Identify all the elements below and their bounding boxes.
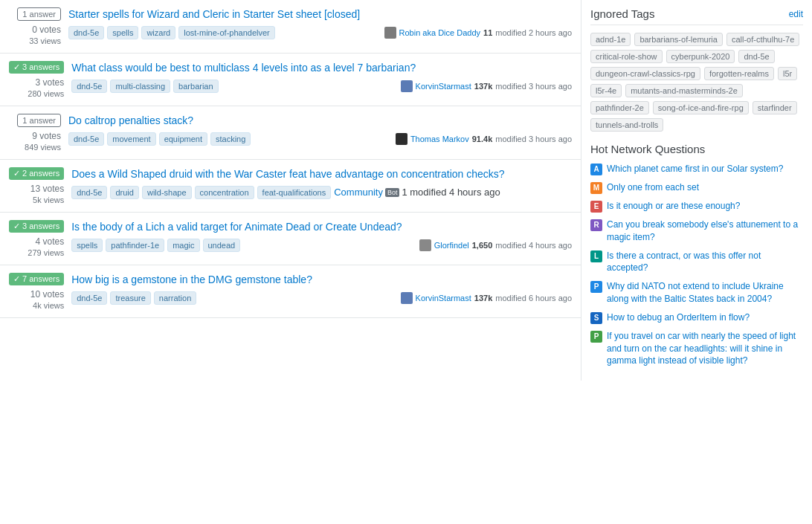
- ignored-tag[interactable]: pathfinder-2e: [590, 101, 649, 114]
- tag[interactable]: undead: [203, 239, 241, 252]
- tag[interactable]: treasure: [110, 291, 150, 305]
- vote-count: 4 votes: [36, 236, 65, 247]
- list-item: M Only one from each set: [590, 181, 803, 194]
- tag[interactable]: wizard: [141, 26, 175, 39]
- ignored-tags-edit-link[interactable]: edit: [789, 9, 803, 19]
- site-icon: L: [590, 250, 602, 262]
- tag[interactable]: wild-shape: [142, 186, 192, 199]
- tag[interactable]: dnd-5e: [68, 132, 104, 146]
- user-info: Community Bot 1 modified 4 hours ago: [334, 187, 500, 198]
- tag[interactable]: dnd-5e: [68, 26, 104, 39]
- tag[interactable]: lost-mine-of-phandelver: [178, 26, 275, 39]
- question-body: Do caltrop penalties stack? dnd-5emoveme…: [68, 114, 572, 146]
- tag[interactable]: pathfinder-1e: [106, 239, 164, 252]
- question-link[interactable]: Starter spells for Wizard and Cleric in …: [68, 8, 360, 20]
- hot-network-link[interactable]: If you travel on car with nearly the spe…: [607, 330, 803, 367]
- user-link[interactable]: KorvinStarmast: [416, 294, 471, 303]
- answer-badge: 1 answer: [17, 114, 61, 127]
- action-time: modified 3 hours ago: [495, 82, 572, 91]
- tag[interactable]: concentration: [195, 186, 254, 199]
- ignored-tags-title: Ignored Tags: [590, 7, 654, 20]
- ignored-tag[interactable]: l5r: [778, 67, 797, 80]
- tag[interactable]: dnd-5e: [71, 291, 107, 305]
- tag[interactable]: spells: [71, 239, 103, 252]
- tag[interactable]: dnd-5e: [71, 186, 107, 199]
- meta-info: Glorfindel 1,650 modified 4 hours ago: [419, 239, 572, 251]
- question-link[interactable]: What class would be best to multiclass 4…: [71, 62, 416, 74]
- meta-info: Robin aka Dice Daddy 11 modified 2 hours…: [384, 27, 572, 39]
- tag[interactable]: narration: [154, 291, 196, 305]
- hot-network-link[interactable]: Only one from each set: [607, 181, 699, 194]
- user-link[interactable]: KorvinStarmast: [416, 82, 471, 91]
- tag[interactable]: barbarian: [173, 80, 218, 93]
- avatar: [384, 27, 396, 39]
- user-rep: 1,650: [472, 241, 493, 250]
- hot-network-link[interactable]: Is it enough or are these enough?: [607, 200, 740, 213]
- ignored-tag[interactable]: adnd-1e: [590, 33, 631, 46]
- question-title: How big is a gemstone in the DMG gemston…: [71, 273, 572, 288]
- tag[interactable]: equipment: [159, 132, 207, 146]
- question-stats: ✓ 7 answers 10 votes 4k views: [9, 273, 64, 310]
- tag[interactable]: druid: [110, 186, 138, 199]
- question-link[interactable]: Does a Wild Shaped druid with the War Ca…: [71, 168, 504, 180]
- user-rep: 91.4k: [472, 135, 493, 143]
- tag[interactable]: feat-qualifications: [257, 186, 332, 199]
- question-link[interactable]: Do caltrop penalties stack?: [68, 114, 193, 126]
- hot-network-link[interactable]: Is there a contract, or was this offer n…: [607, 250, 803, 275]
- bot-badge: Bot: [385, 188, 400, 197]
- ignored-tag[interactable]: forgotten-realms: [704, 67, 774, 80]
- tag[interactable]: multi-classing: [110, 80, 170, 93]
- answer-badge: ✓ 2 answers: [9, 167, 64, 180]
- action-time: modified 4 hours ago: [495, 241, 572, 250]
- question-body: What class would be best to multiclass 4…: [71, 61, 572, 93]
- user-link[interactable]: Glorfindel: [434, 241, 469, 250]
- tag[interactable]: dnd-5e: [71, 80, 107, 93]
- ignored-tag[interactable]: dnd-5e: [738, 50, 774, 63]
- question-link[interactable]: How big is a gemstone in the DMG gemston…: [71, 274, 312, 285]
- hot-network-link[interactable]: Can you break somebody else's attunement…: [607, 219, 803, 244]
- view-count: 280 views: [28, 89, 64, 98]
- ignored-tag[interactable]: critical-role-show: [590, 50, 663, 63]
- view-count: 33 views: [29, 36, 61, 45]
- user-rep: 11: [483, 28, 492, 37]
- site-icon: S: [590, 312, 602, 324]
- ignored-tag[interactable]: dungeon-crawl-classics-rpg: [590, 67, 700, 80]
- list-item: P Why did NATO not extend to include Ukr…: [590, 280, 803, 305]
- page-layout: 1 answer 0 votes 33 views Starter spells…: [0, 0, 812, 381]
- list-item: S How to debug an OrderItem in flow?: [590, 311, 803, 324]
- site-icon: M: [590, 182, 602, 194]
- tags-meta: spellspathfinder-1emagicundead Glorfinde…: [71, 239, 572, 252]
- question-link[interactable]: Is the body of a Lich a valid target for…: [71, 221, 402, 233]
- hot-network-link[interactable]: Which planet came first in our Solar sys…: [607, 163, 783, 175]
- tag[interactable]: spells: [107, 26, 138, 39]
- list-item: R Can you break somebody else's attuneme…: [590, 219, 803, 244]
- action-time: modified 6 hours ago: [495, 294, 572, 303]
- ignored-tag[interactable]: call-of-cthulhu-7e: [726, 33, 799, 46]
- answer-badge: ✓ 3 answers: [9, 220, 64, 233]
- hot-network-link[interactable]: How to debug an OrderItem in flow?: [607, 311, 750, 324]
- table-row: ✓ 7 answers 10 votes 4k views How big is…: [0, 265, 581, 318]
- ignored-tag[interactable]: l5r-4e: [590, 84, 622, 97]
- tag[interactable]: magic: [167, 239, 199, 252]
- tags-meta: dnd-5espellswizardlost-mine-of-phandelve…: [68, 26, 572, 39]
- user-link[interactable]: Robin aka Dice Daddy: [399, 28, 480, 37]
- sidebar: Ignored Tags edit adnd-1ebarbarians-of-l…: [581, 0, 812, 381]
- table-row: ✓ 3 answers 4 votes 279 views Is the bod…: [0, 213, 581, 265]
- ignored-tag[interactable]: barbarians-of-lemuria: [634, 33, 723, 46]
- question-body: How big is a gemstone in the DMG gemston…: [71, 273, 572, 305]
- ignored-tag[interactable]: cyberpunk-2020: [666, 50, 735, 63]
- user-link[interactable]: Thomas Markov: [410, 135, 469, 143]
- question-body: Is the body of a Lich a valid target for…: [71, 220, 572, 252]
- ignored-tag[interactable]: song-of-ice-and-fire-rpg: [653, 101, 749, 114]
- question-stats: 1 answer 0 votes 33 views: [9, 7, 61, 45]
- ignored-tag[interactable]: starfinder: [753, 101, 797, 114]
- tag[interactable]: movement: [107, 132, 155, 146]
- tag[interactable]: stacking: [210, 132, 251, 146]
- ignored-tag[interactable]: tunnels-and-trolls: [590, 118, 663, 132]
- hot-network-link[interactable]: Why did NATO not extend to include Ukrai…: [607, 280, 803, 305]
- ignored-tag[interactable]: mutants-and-masterminds-2e: [625, 84, 743, 97]
- table-row: ✓ 2 answers 13 votes 5k views Does a Wil…: [0, 160, 581, 213]
- avatar: [419, 239, 431, 251]
- vote-count: 10 votes: [30, 289, 64, 300]
- questions-list: 1 answer 0 votes 33 views Starter spells…: [0, 0, 581, 381]
